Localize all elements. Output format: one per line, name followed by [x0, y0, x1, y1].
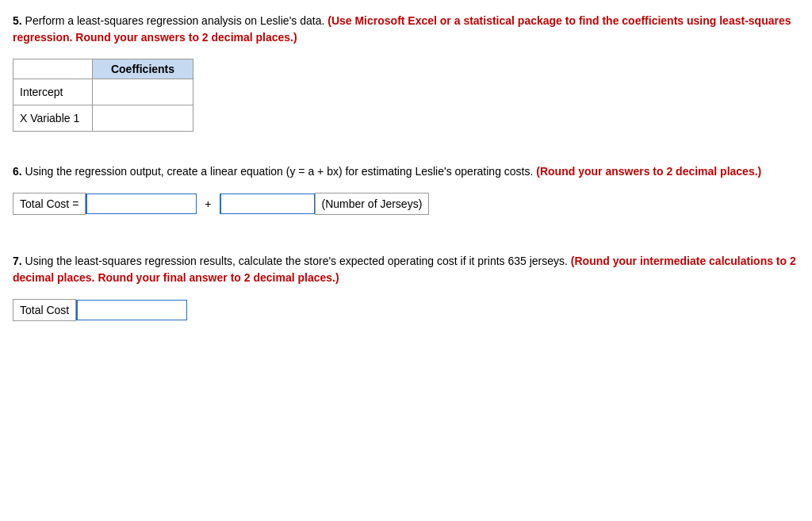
number-of-jerseys-label: (Number of Jerseys) [315, 193, 430, 215]
total-cost-label-q6: Total Cost = [13, 193, 86, 215]
question-5: 5. Perform a least-squares regression an… [13, 13, 799, 132]
q5-text-plain: Perform a least-squares regression analy… [25, 14, 328, 27]
xvariable-input[interactable] [99, 109, 186, 128]
xvariable-row: X Variable 1 [13, 105, 193, 132]
question-6: 6. Using the regression output, create a… [13, 163, 799, 215]
intercept-input-cell [93, 79, 193, 105]
intercept-row: Intercept [13, 79, 193, 105]
intercept-input[interactable] [99, 82, 186, 102]
question-7: 7. Using the least-squares regression re… [13, 253, 799, 321]
equation-input1[interactable] [86, 193, 197, 214]
total-cost-input[interactable] [76, 300, 187, 320]
plus-sign: + [197, 193, 219, 214]
q6-text: 6. Using the regression output, create a… [13, 163, 799, 180]
q6-text-highlight: (Round your answers to 2 decimal places.… [536, 165, 761, 178]
intercept-label: Intercept [13, 79, 93, 105]
coefficients-header: Coefficients [93, 59, 193, 79]
q5-text: 5. Perform a least-squares regression an… [13, 13, 799, 46]
xvariable-label: X Variable 1 [13, 105, 93, 132]
coefficients-table: Coefficients Intercept X Variable 1 [13, 59, 193, 132]
q6-number: 6. [13, 165, 22, 178]
q5-number: 5. [13, 14, 22, 27]
q7-text: 7. Using the least-squares regression re… [13, 253, 799, 286]
empty-header [13, 59, 93, 79]
q7-text-plain: Using the least-squares regression resul… [25, 255, 571, 267]
q7-number: 7. [13, 255, 22, 267]
xvariable-input-cell [93, 105, 193, 132]
q6-text-plain: Using the regression output, create a li… [25, 165, 537, 178]
equation-row: Total Cost = + (Number of Jerseys) [13, 193, 799, 215]
total-cost-label-q7: Total Cost [13, 299, 76, 321]
equation-input2[interactable] [220, 193, 315, 214]
total-cost-row: Total Cost [13, 299, 799, 321]
